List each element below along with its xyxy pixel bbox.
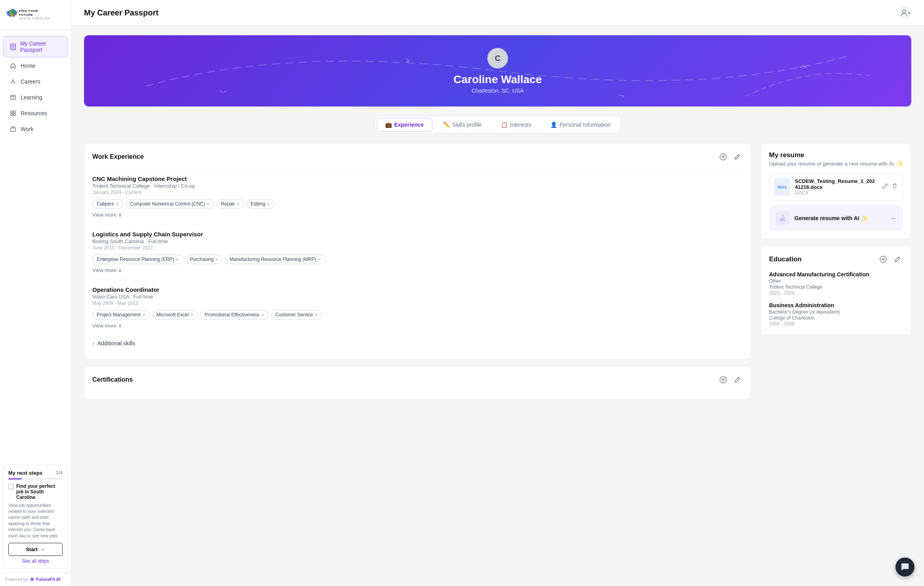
svg-point-24 xyxy=(903,10,906,13)
additional-skills-section[interactable]: › Additional skills xyxy=(92,335,743,351)
file-name: SCDEW_Testing_Resume_1_20241216.docx xyxy=(795,178,877,190)
remove-tag-promo[interactable]: ✕ xyxy=(261,313,264,317)
remove-tag-repair[interactable]: ✕ xyxy=(237,202,240,206)
remove-tag-purchasing[interactable]: ✕ xyxy=(215,257,218,262)
generate-resume-label: Generate resume with AI ✨ xyxy=(794,215,885,221)
logo-container: FIND YOUR FUTURE SOUTH CAROLINA xyxy=(0,0,71,30)
profile-avatar: C xyxy=(487,48,508,68)
edu-degree-1: Advanced Manufacturing Certification xyxy=(769,271,903,278)
certifications-title: Certifications xyxy=(92,376,133,383)
sidebar-item-learning[interactable]: Learning xyxy=(3,90,68,105)
work-experience-title: Work Experience xyxy=(92,153,144,160)
chat-button[interactable] xyxy=(895,557,914,576)
remove-tag-pm[interactable]: ✕ xyxy=(142,313,145,317)
sidebar: FIND YOUR FUTURE SOUTH CAROLINA My Caree… xyxy=(0,0,71,586)
svg-rect-20 xyxy=(13,114,15,116)
resume-subtitle: Upload your resume or generate a new res… xyxy=(769,161,903,167)
tag-calipers: Calipers✕ xyxy=(92,199,123,209)
svg-point-35 xyxy=(782,215,783,216)
start-label: Start xyxy=(26,546,38,552)
svg-point-37 xyxy=(780,219,781,219)
work-experience-card: Work Experience CNC Machining Caps xyxy=(84,143,751,360)
edu-school-2: College of Charleston xyxy=(769,315,903,321)
tab-skills[interactable]: ✏️ Skills profile xyxy=(435,118,490,131)
logo-svg: FIND YOUR FUTURE SOUTH CAROLINA xyxy=(5,6,52,24)
exp-title-2: Logistics and Supply Chain Supervisor xyxy=(92,231,743,238)
edit-certification-button[interactable] xyxy=(732,374,743,385)
tag-repair: Repair✕ xyxy=(216,199,244,209)
main-two-col: Work Experience CNC Machining Caps xyxy=(84,143,911,400)
tag-promo: Promotional Effectiveness✕ xyxy=(200,310,269,320)
generate-arrow-icon: → xyxy=(890,214,897,223)
edit-resume-button[interactable] xyxy=(882,183,888,191)
tag-pm: Project Management✕ xyxy=(92,310,150,320)
svg-rect-21 xyxy=(11,128,15,131)
content-area: › › › › C Caroline Wallace Charleston, S… xyxy=(71,26,924,586)
view-more-2[interactable]: View more ∨ xyxy=(92,267,743,273)
tag-cnc: Computer Numerical Control (CNC)✕ xyxy=(126,199,214,209)
step-checkbox[interactable] xyxy=(8,484,14,489)
page-title: My Career Passport xyxy=(84,8,158,17)
chevron-down-icon-2: ∨ xyxy=(118,267,122,273)
tab-personal[interactable]: 👤 Personal Information xyxy=(542,118,619,131)
additional-skills-label: Additional skills xyxy=(97,340,136,346)
chevron-down-icon-3: ∨ xyxy=(118,323,122,329)
sidebar-item-resources[interactable]: Resources xyxy=(3,106,68,121)
certifications-card: Certifications xyxy=(84,366,751,400)
edu-years-1: 2023 - 2024 xyxy=(769,290,903,296)
edu-years-2: 2004 - 2008 xyxy=(769,321,903,327)
view-more-3[interactable]: View more ∨ xyxy=(92,323,743,329)
svg-text:›: › xyxy=(405,55,411,65)
exp-date-2: June 2015 - December 2023 xyxy=(92,245,743,251)
chat-icon xyxy=(901,563,909,571)
resources-icon xyxy=(10,110,17,117)
svg-point-36 xyxy=(785,217,785,218)
edu-type-1: Other xyxy=(769,278,903,284)
sidebar-item-home[interactable]: Home xyxy=(3,58,68,73)
view-more-1[interactable]: View more ∨ xyxy=(92,212,743,218)
profile-name: Caroline Wallace xyxy=(97,73,899,86)
svg-point-23 xyxy=(31,578,33,580)
remove-tag-cnc[interactable]: ✕ xyxy=(206,202,210,206)
remove-tag-erp[interactable]: ✕ xyxy=(176,257,179,262)
add-experience-button[interactable] xyxy=(718,151,729,162)
remove-tag-excel[interactable]: ✕ xyxy=(190,313,193,317)
sidebar-item-passport-label: My Career Passport xyxy=(20,40,61,53)
edu-type-2: Bachelor's Degree (or equivalent) xyxy=(769,309,903,315)
sidebar-item-work[interactable]: Work xyxy=(3,122,68,137)
edit-education-button[interactable] xyxy=(892,254,903,265)
svg-text:SOUTH CAROLINA: SOUTH CAROLINA xyxy=(19,17,50,20)
next-steps-progress-fill xyxy=(8,478,22,479)
remove-tag-mrp[interactable]: ✕ xyxy=(318,257,321,262)
see-all-steps-link[interactable]: See all steps xyxy=(8,558,63,564)
work-icon xyxy=(10,126,17,133)
right-column: My resume Upload your resume or generate… xyxy=(761,143,911,400)
start-arrow-icon: → xyxy=(40,546,45,552)
tab-interests[interactable]: 📋 Interests xyxy=(493,118,539,131)
user-menu-button[interactable]: ▾ xyxy=(899,6,911,19)
resume-file: docx SCDEW_Testing_Resume_1_20241216.doc… xyxy=(769,173,903,201)
delete-resume-button[interactable] xyxy=(892,183,898,191)
profile-location: Charleston, SC, USA xyxy=(97,88,899,94)
exp-date-3: May 2008 - May 2015 xyxy=(92,301,743,306)
add-certification-button[interactable] xyxy=(718,374,729,385)
add-education-button[interactable] xyxy=(878,254,889,265)
generate-resume-button[interactable]: Generate resume with AI ✨ → xyxy=(769,205,903,231)
remove-tag-cs[interactable]: ✕ xyxy=(315,313,318,317)
remove-tag-calipers[interactable]: ✕ xyxy=(116,202,119,206)
sidebar-item-careers[interactable]: Careers xyxy=(3,74,68,89)
remove-tag-editing[interactable]: ✕ xyxy=(267,202,270,206)
edu-school-1: Trident Technical College xyxy=(769,284,903,290)
edu-degree-2: Business Administration xyxy=(769,302,903,308)
next-steps-counter: 1/4 xyxy=(56,470,63,476)
exp-company-3: Volvo Cars USA · Full-time xyxy=(92,294,743,300)
sidebar-item-passport[interactable]: My Career Passport xyxy=(3,36,68,57)
edit-experience-button[interactable] xyxy=(732,151,743,162)
start-button[interactable]: Start → xyxy=(8,543,63,556)
svg-text:FIND YOUR: FIND YOUR xyxy=(19,9,38,13)
banner-decoration: › › › › xyxy=(84,35,911,107)
docx-icon: docx xyxy=(774,178,790,196)
chevron-right-icon: › xyxy=(92,340,94,346)
exp-tags-3: Project Management✕ Microsoft Excel✕ Pro… xyxy=(92,310,743,320)
tab-experience[interactable]: 💼 Experience xyxy=(377,118,432,131)
